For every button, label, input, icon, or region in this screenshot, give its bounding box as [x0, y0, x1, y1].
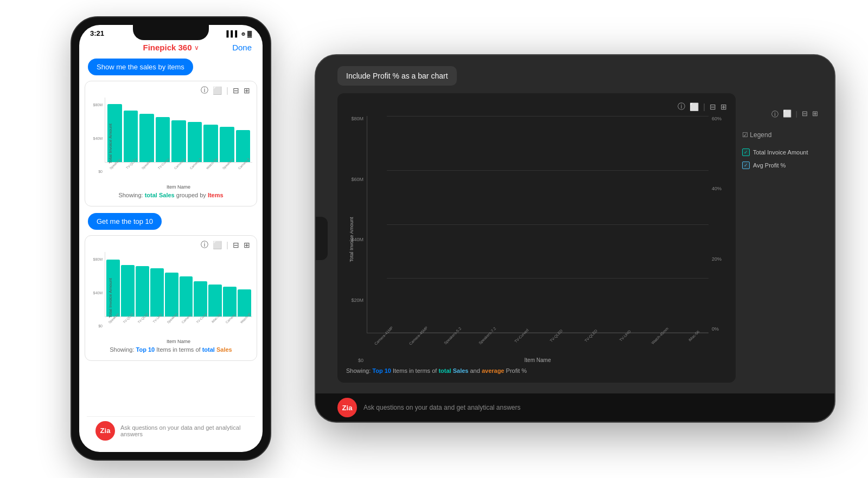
toolbar-divider-land: |: [703, 102, 705, 111]
bars-land: [367, 116, 709, 333]
legend-toolbar: ⓘ ⬜ | ⊟ ⊞: [742, 109, 818, 119]
bar2-2: [121, 265, 135, 316]
grid-icon-2[interactable]: ⊞: [244, 241, 250, 249]
hl-top10: Top 10: [372, 367, 391, 374]
phone-landscape: Include Profit % as a bar chart ⓘ ⬜ | ⊟ …: [315, 54, 835, 423]
notch: [133, 25, 209, 40]
zia-button-land[interactable]: Zia: [337, 398, 357, 417]
portrait-header: Finepick 360 ∨ Done: [79, 40, 263, 55]
grid-icon[interactable]: ⊞: [244, 86, 250, 95]
legend-check-profit[interactable]: ✓: [742, 162, 750, 169]
dark-y-right: 60% 40% 20% 0%: [709, 116, 727, 363]
chart-toolbar-2: ⓘ ⬜ | ⊟ ⊞: [90, 240, 252, 252]
toolbar-divider-2: |: [226, 241, 228, 249]
signal-icon: ▌▌▌: [227, 30, 239, 37]
portrait-bottom-bar: Zia Ask questions on your data and get a…: [87, 416, 255, 444]
grid-line-3: [387, 224, 709, 225]
info-icon-land[interactable]: ⓘ: [678, 102, 685, 112]
app-name[interactable]: Finepick 360: [143, 43, 192, 52]
y2-label-0: $0: [98, 324, 103, 328]
chat-bubble-land: Include Profit % as a bar chart: [337, 66, 457, 86]
y-land-0: $0: [358, 358, 363, 363]
legend-check-total[interactable]: ✓: [742, 148, 750, 156]
chart-icon-land[interactable]: ⬜: [690, 102, 699, 111]
grid-icon-legend[interactable]: ⊞: [812, 109, 818, 119]
dark-y-title: Total Invoice Amount: [349, 217, 354, 262]
save-icon[interactable]: ⊟: [233, 86, 239, 95]
legend-item-profit: ✓ Avg Profit %: [742, 162, 818, 169]
hl-average: average: [482, 367, 505, 374]
bar2-7: [194, 281, 207, 316]
legend-panel: ⓘ ⬜ | ⊟ ⊞ ☑ Legend ✓ Total Invoice Amoun…: [742, 93, 818, 383]
dark-chart-toolbar: ⓘ ⬜ | ⊟ ⊞: [346, 102, 727, 112]
notch-land: [316, 217, 328, 260]
yr-0: 0%: [712, 326, 719, 332]
zia-logo-land: Zia: [342, 404, 353, 412]
bars-container-1: [105, 98, 252, 163]
showing-hl-2: Items: [208, 192, 224, 198]
y-land-60m: $60M: [351, 177, 363, 182]
y-land-80m: $80M: [351, 116, 363, 121]
bar2-6: [180, 276, 193, 316]
y2-label-80m: $80M: [93, 257, 103, 261]
y-label-80m: $80M: [93, 103, 103, 107]
info-icon-legend[interactable]: ⓘ: [771, 109, 778, 119]
chart-type-icon-2[interactable]: ⬜: [213, 241, 222, 249]
y-label-40m: $40M: [93, 137, 103, 140]
save-icon-2[interactable]: ⊟: [233, 241, 239, 249]
divider-legend: |: [796, 109, 797, 119]
phone-portrait: 3:21 ▌▌▌ ⌾ ▓ Finepick 360 ∨ Done Show me…: [71, 16, 271, 461]
ask-text-portrait: Ask questions on your data and get analy…: [120, 424, 246, 437]
grid-lines: [387, 116, 709, 333]
zia-logo: Zia: [100, 427, 111, 435]
x-axis-title-2: Item Name: [105, 339, 252, 344]
ask-text-land: Ask questions on your data and get analy…: [363, 404, 521, 411]
info-icon-2[interactable]: ⓘ: [201, 240, 208, 250]
zia-button-portrait[interactable]: Zia: [95, 421, 115, 441]
chart-icon-legend[interactable]: ⬜: [783, 109, 792, 119]
grid-line-4: [387, 278, 709, 279]
bar-7: [203, 125, 218, 162]
x-axis-title-1: Item Name: [105, 184, 252, 190]
save-icon-legend[interactable]: ⊟: [802, 109, 808, 119]
y-axis-title-1: Total Invoice Amount: [108, 124, 113, 164]
bar2-8: [208, 285, 222, 317]
dark-y-left: Total Invoice Amount $80M $60M $40M $20M…: [346, 116, 367, 363]
chart-toolbar-1: ⓘ ⬜ | ⊟ ⊞: [90, 86, 252, 98]
done-button[interactable]: Done: [232, 43, 252, 52]
dark-x-labels: Camera-41MP Camera-45MP Speakers-5.2 Spe…: [367, 333, 709, 357]
x-labels-1: Speakers-7.2 TV-QLED Speakers-5.2 TV-Cur…: [105, 163, 252, 184]
chart-card-2: ⓘ ⬜ | ⊟ ⊞ Total Invoice Amount $80M $40M…: [85, 235, 257, 361]
chart-type-icon[interactable]: ⬜: [213, 86, 222, 95]
showing-text-2: Showing: Top 10 Items in terms of total …: [90, 344, 252, 356]
yr-20: 20%: [712, 256, 722, 262]
bar-5: [171, 120, 186, 162]
legend-item-total: ✓ Total Invoice Amount: [742, 148, 818, 156]
chat-bubble-1: Show me the sales by items: [88, 59, 193, 75]
save-icon-land[interactable]: ⊟: [710, 102, 716, 111]
chevron-down-icon[interactable]: ∨: [194, 44, 199, 51]
showing-text-1: Showing: total Sales grouped by Items: [90, 190, 252, 202]
bar2-3: [136, 266, 149, 316]
y-axis-title-2: Total Invoice Amount: [108, 278, 113, 318]
dark-bars-wrapper: Camera-41MP Camera-45MP Speakers-5.2 Spe…: [367, 116, 709, 363]
toolbar-divider: |: [226, 86, 228, 95]
chat-bubble-2: Get me the top 10: [88, 213, 162, 230]
legend-title: ☑ Legend: [742, 131, 818, 139]
showing-hl-sales: Sales: [216, 346, 232, 353]
hl-total: total: [438, 367, 451, 374]
bar-8: [220, 127, 234, 162]
bar-2: [124, 111, 138, 162]
grid-icon-land[interactable]: ⊞: [720, 102, 727, 111]
y-land-20m: $20M: [351, 298, 363, 303]
chart-card-1: ⓘ ⬜ | ⊟ ⊞ Total Invoice Amount $80M $40M…: [85, 81, 257, 206]
status-time: 3:21: [90, 29, 104, 37]
y-label-0: $0: [98, 170, 103, 173]
yr-40: 40%: [712, 186, 722, 191]
info-icon[interactable]: ⓘ: [201, 86, 208, 95]
legend-label-total: Total Invoice Amount: [753, 149, 808, 156]
showing-hl-total: total: [202, 346, 215, 353]
bar-4: [156, 117, 170, 162]
dark-x-title: Item Name: [367, 357, 709, 363]
dark-chart-body: Total Invoice Amount $80M $60M $40M $20M…: [346, 116, 727, 363]
